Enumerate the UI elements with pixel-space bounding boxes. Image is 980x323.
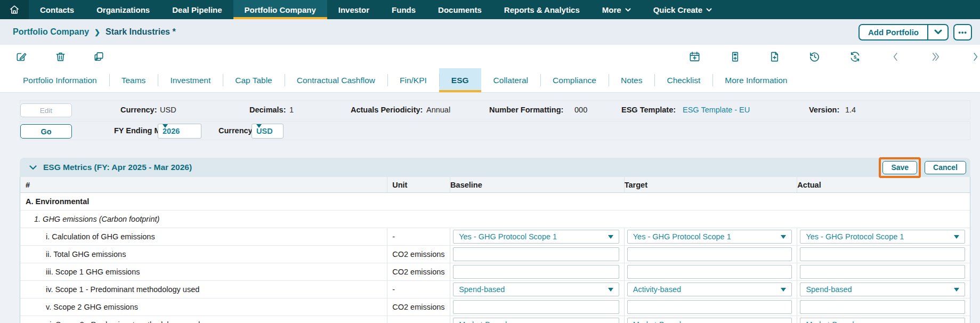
- target-input[interactable]: [627, 300, 792, 314]
- currency-filter-label: Currency: [218, 122, 253, 140]
- nav-item-contacts[interactable]: Contacts: [29, 0, 85, 19]
- calendar-add-icon[interactable]: [688, 50, 701, 63]
- tab-more-information[interactable]: More Information: [712, 68, 799, 92]
- nav-item-label: Documents: [438, 5, 482, 14]
- actual-select-value: Spend-based: [806, 285, 852, 294]
- baseline-cell: Yes - GHG Protocol Scope 1: [450, 228, 625, 245]
- baseline-input[interactable]: [453, 300, 619, 314]
- more-actions-button[interactable]: •••: [953, 24, 972, 41]
- nav-item-investor[interactable]: Investor: [327, 0, 380, 19]
- cancel-button[interactable]: Cancel: [925, 161, 966, 174]
- target-input[interactable]: [627, 265, 792, 279]
- edit-icon[interactable]: [15, 50, 28, 63]
- nav-item-label: More: [602, 5, 621, 14]
- esg-metrics-header: ESG Metrics (FY: Apr 2025 - Mar 2026) Sa…: [20, 158, 970, 177]
- tab-checklist[interactable]: Checklist: [654, 68, 712, 92]
- target-select[interactable]: Yes - GHG Protocol Scope 1: [627, 230, 792, 244]
- nav-item-label: Investor: [338, 5, 369, 14]
- target-cell: Activity-based: [625, 281, 798, 298]
- edit-button[interactable]: Edit: [20, 103, 72, 117]
- baseline-select-value: Yes - GHG Protocol Scope 1: [459, 232, 557, 241]
- tab-collateral[interactable]: Collateral: [481, 68, 540, 92]
- go-button[interactable]: Go: [20, 124, 72, 139]
- nav-item-funds[interactable]: Funds: [380, 0, 427, 19]
- baseline-cell: Market-Based: [450, 316, 625, 323]
- setup-field-value-currency: USD: [160, 101, 176, 119]
- save-button[interactable]: Save: [882, 161, 917, 174]
- actual-select-value: Market-Based: [806, 320, 854, 323]
- baseline-input[interactable]: [453, 247, 619, 261]
- chevron-left-icon[interactable]: [889, 50, 902, 63]
- file-add-icon[interactable]: [768, 50, 781, 63]
- nav-item-label: Portfolio Company: [245, 5, 316, 14]
- actual-select[interactable]: Spend-based: [800, 282, 965, 296]
- target-cell: Yes - GHG Protocol Scope 1: [625, 228, 798, 245]
- currency-select[interactable]: USD: [252, 124, 284, 139]
- tab-portfolio-information[interactable]: Portfolio Information: [11, 68, 109, 92]
- delete-icon[interactable]: [54, 50, 67, 63]
- baseline-input[interactable]: [453, 265, 619, 279]
- table-row-iv-scope-1-predominant-methodology-used: iv. Scope 1 - Predominant methodology us…: [20, 281, 970, 298]
- chevron-right-icon[interactable]: [969, 50, 980, 63]
- setup-field-label-version: Version:: [809, 101, 839, 119]
- chevron-down-icon: [706, 8, 712, 12]
- tab-cap-table[interactable]: Cap Table: [223, 68, 285, 92]
- tab-label: Collateral: [493, 76, 528, 85]
- duplicate-add-icon[interactable]: [92, 50, 105, 63]
- target-select-value: Market-Based: [633, 320, 681, 323]
- target-select[interactable]: Market-Based: [627, 318, 792, 323]
- baseline-select[interactable]: Spend-based: [453, 282, 619, 296]
- row-label: i. Calculation of GHG emissions: [20, 228, 387, 245]
- baseline-select[interactable]: Market-Based: [453, 318, 619, 323]
- nav-item-portfolio-company[interactable]: Portfolio Company: [233, 0, 327, 19]
- tab-contractual-cashflow[interactable]: Contractual Cashflow: [285, 68, 387, 92]
- table-row-i-calculation-of-ghg-emissions: i. Calculation of GHG emissions-Yes - GH…: [20, 228, 970, 246]
- collapse-chevron-icon[interactable]: [29, 165, 37, 170]
- tab-esg[interactable]: ESG: [439, 68, 481, 92]
- actual-select[interactable]: Market-Based: [800, 318, 965, 323]
- actual-cell: [797, 298, 970, 316]
- nav-item-label: Funds: [392, 5, 416, 14]
- row-unit: CO2 emissions: [387, 246, 450, 263]
- nav-item-reports-analytics[interactable]: Reports & Analytics: [493, 0, 591, 19]
- target-select[interactable]: Activity-based: [627, 282, 792, 296]
- tab-teams[interactable]: Teams: [109, 68, 158, 92]
- table-row-1-ghg-emissions-carbon-footprint: 1. GHG emissions (Carbon footprint): [20, 211, 970, 228]
- tab-notes[interactable]: Notes: [609, 68, 655, 92]
- row-label: iv. Scope 1 - Predominant methodology us…: [20, 281, 387, 298]
- record-toolbar: $: [0, 45, 980, 68]
- actual-input[interactable]: [800, 247, 965, 261]
- setup-field-label-actuals-periodicity: Actuals Periodicity:: [351, 101, 423, 119]
- history-icon[interactable]: [808, 50, 821, 63]
- table-row-ii-total-ghg-emissions: ii. Total GHG emissionsCO2 emissions: [20, 246, 970, 263]
- nav-item-more[interactable]: More: [591, 0, 642, 19]
- tab-label: Checklist: [667, 76, 700, 85]
- double-chevron-right-icon[interactable]: [929, 50, 942, 63]
- nav-item-documents[interactable]: Documents: [427, 0, 493, 19]
- actual-input[interactable]: [800, 265, 965, 279]
- baseline-select[interactable]: Yes - GHG Protocol Scope 1: [453, 230, 619, 244]
- actual-select[interactable]: Yes - GHG Protocol Scope 1: [800, 230, 965, 244]
- target-input[interactable]: [627, 247, 792, 261]
- tab-compliance[interactable]: Compliance: [540, 68, 609, 92]
- actual-input[interactable]: [800, 300, 965, 314]
- row-label: v. Scope 2 GHG emissions: [20, 298, 387, 316]
- add-portfolio-button[interactable]: Add Portfolio: [858, 24, 949, 41]
- table-row-v-scope-2-ghg-emissions: v. Scope 2 GHG emissionsCO2 emissions: [20, 298, 970, 316]
- report-add-icon[interactable]: [728, 50, 741, 63]
- actual-cell: Yes - GHG Protocol Scope 1: [797, 228, 970, 245]
- setup-field-value-esg-template[interactable]: ESG Template - EU: [683, 101, 750, 119]
- row-unit: -: [387, 316, 450, 323]
- currency-refresh-icon[interactable]: $: [848, 50, 861, 63]
- baseline-select-value: Spend-based: [459, 285, 505, 294]
- tab-fin-kpi[interactable]: Fin/KPI: [387, 68, 439, 92]
- nav-item-deal-pipeline[interactable]: Deal Pipeline: [161, 0, 233, 19]
- column-header-target: Target: [625, 177, 798, 192]
- nav-item-organizations[interactable]: Organizations: [85, 0, 161, 19]
- tab-investment[interactable]: Investment: [158, 68, 223, 92]
- breadcrumb-parent[interactable]: Portfolio Company: [13, 27, 89, 37]
- fy-year-select[interactable]: 2026: [158, 124, 201, 139]
- add-portfolio-dropdown[interactable]: [927, 25, 947, 39]
- home-button[interactable]: [0, 0, 29, 19]
- nav-item-quick-create[interactable]: Quick Create: [642, 0, 724, 19]
